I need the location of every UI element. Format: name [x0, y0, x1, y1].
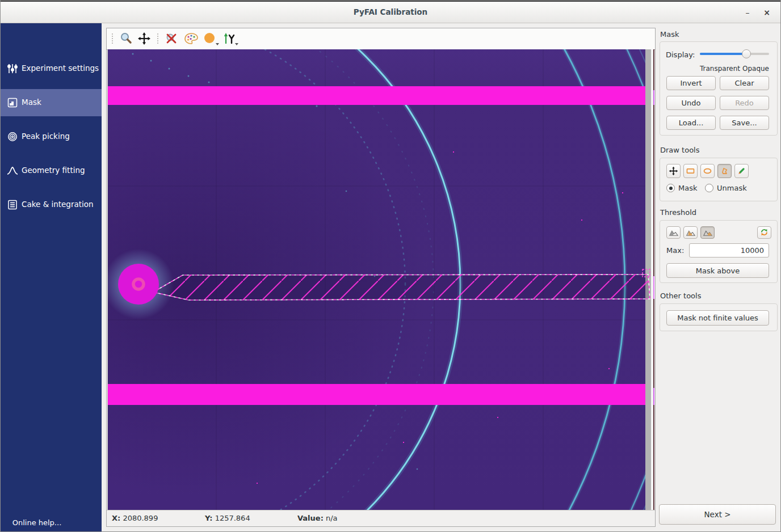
mask-radio[interactable]: Mask — [666, 182, 697, 193]
mask-radio-label: Mask — [678, 184, 697, 192]
mask-icon — [7, 97, 18, 108]
x-value: 2080.899 — [123, 514, 158, 522]
unmask-radio-label: Unmask — [717, 184, 747, 192]
plot-statusbar: X: 2080.899 Y: 1257.864 Value: n/a — [107, 510, 655, 526]
mask-edge-echo — [653, 388, 654, 405]
invert-button[interactable]: Invert — [666, 76, 716, 90]
pan-draw-tool-button[interactable] — [666, 164, 681, 178]
titlebar: PyFAI Calibration – × — [1, 1, 780, 23]
mask-above-histogram-button[interactable] — [700, 226, 715, 239]
mask-between-histogram-button[interactable] — [683, 226, 698, 239]
undo-button[interactable]: Undo — [666, 96, 716, 110]
mask-above-button[interactable]: Mask above — [666, 263, 769, 278]
slider-fill — [700, 53, 746, 55]
zoom-reset-icon[interactable] — [165, 32, 178, 45]
close-button[interactable]: × — [760, 6, 774, 20]
zoom-tool-icon[interactable] — [119, 32, 133, 45]
cursor-y-readout: Y: 1257.864 — [205, 514, 250, 522]
minimize-button[interactable]: – — [741, 6, 754, 20]
sidebar-item-label: Geometry fitting — [22, 166, 85, 175]
sidebar-item-mask[interactable]: Mask — [1, 89, 102, 116]
sidebar-item-peak-picking[interactable]: Peak picking — [1, 123, 102, 150]
sidebar-item-geometry-fitting[interactable]: Geometry fitting — [1, 157, 102, 184]
radio-dot[interactable] — [666, 184, 675, 192]
redo-button[interactable]: Redo — [720, 96, 769, 110]
transparent-label: Transparent — [700, 65, 740, 73]
sidebar-item-experiment-settings[interactable]: Experiment settings — [1, 55, 102, 82]
threshold-groupbox: Max: Mask above — [660, 220, 778, 283]
mask-band-top — [108, 86, 645, 105]
plot-canvas[interactable] — [107, 49, 654, 511]
save-button[interactable]: Save... — [720, 116, 769, 130]
mask-band-bottom — [108, 384, 645, 405]
pan-tool-icon[interactable] — [137, 32, 151, 45]
radio-dot[interactable] — [705, 184, 713, 192]
online-help-link[interactable]: Online help... — [1, 518, 73, 527]
sidebar-item-label: Mask — [22, 98, 41, 107]
plot-widget: X: 2080.899 Y: 1257.864 Value: n/a — [106, 28, 656, 527]
y-axis-orientation-icon[interactable] — [221, 32, 235, 45]
detector-seam — [325, 49, 326, 511]
dropdown-caret[interactable] — [235, 43, 238, 45]
window-title: PyFAI Calibration — [1, 7, 780, 16]
target-icon — [7, 131, 18, 142]
sidebar-item-label: Experiment settings — [22, 64, 99, 73]
max-label: Max: — [666, 246, 684, 255]
detector-seam — [216, 49, 217, 511]
max-threshold-input[interactable] — [689, 243, 769, 257]
ellipse-tool-button[interactable] — [700, 164, 715, 178]
plot-toolbar — [107, 28, 655, 50]
value-label: Value: — [297, 514, 324, 522]
next-button[interactable]: Next > — [659, 504, 776, 525]
color-dot-icon[interactable] — [203, 32, 217, 45]
peak-curve-icon — [7, 165, 18, 176]
sidebar-item-label: Cake & integration — [22, 200, 94, 209]
diffraction-rings — [108, 49, 645, 511]
detector-seam — [108, 319, 645, 320]
detector-seam — [108, 185, 645, 187]
threshold-section-title: Threshold — [660, 208, 696, 217]
rectangle-tool-button[interactable] — [683, 164, 698, 178]
toolbar-grip[interactable] — [157, 33, 159, 44]
mask-edge-echo — [653, 276, 654, 299]
sidebar-item-label: Peak picking — [22, 132, 70, 141]
mask-opacity-slider[interactable] — [700, 49, 769, 59]
mask-edge-echo — [653, 90, 654, 105]
mask-section-title: Mask — [660, 30, 679, 39]
opaque-label: Opaque — [742, 65, 769, 73]
diffraction-image[interactable] — [108, 49, 645, 511]
unmask-radio[interactable]: Unmask — [705, 182, 747, 193]
load-button[interactable]: Load... — [666, 116, 716, 130]
dropdown-caret[interactable] — [216, 43, 219, 45]
sidebar: Experiment settings Mask Peak picking — [1, 23, 102, 531]
colormap-palette-icon[interactable] — [184, 32, 198, 45]
cursor-x-readout: X: 2080.899 — [112, 514, 158, 522]
mask-below-histogram-button[interactable] — [666, 226, 681, 239]
mask-side-panel: Mask Display: Transparent Opaque Invert … — [656, 23, 781, 531]
draw-tools-groupbox: Mask Unmask — [660, 158, 778, 201]
draw-tools-section-title: Draw tools — [660, 146, 699, 154]
detector-seam — [434, 49, 435, 511]
sliders-icon — [7, 63, 18, 74]
display-label: Display: — [666, 50, 695, 59]
pyfai-calibration-window: PyFAI Calibration – × Experiment setting… — [0, 0, 781, 532]
pencil-tool-button[interactable] — [734, 164, 749, 178]
mask-groupbox: Display: Transparent Opaque Invert Clear… — [660, 41, 778, 136]
cursor-value-readout: Value: n/a — [297, 514, 338, 522]
cake-integration-icon — [7, 199, 18, 210]
value-value: n/a — [326, 514, 338, 522]
y-value: 1257.864 — [215, 514, 250, 522]
other-tools-groupbox: Mask not finite values — [660, 303, 778, 331]
clear-button[interactable]: Clear — [720, 76, 769, 90]
polygon-tool-button[interactable] — [717, 164, 732, 178]
x-label: X: — [112, 514, 120, 522]
refresh-icon[interactable] — [757, 226, 771, 239]
sidebar-item-cake-integration[interactable]: Cake & integration — [1, 191, 102, 218]
toolbar-grip[interactable] — [111, 33, 114, 44]
mask-not-finite-button[interactable]: Mask not finite values — [666, 310, 769, 326]
other-tools-section-title: Other tools — [660, 292, 701, 300]
detector-seam — [543, 49, 544, 511]
slider-handle[interactable] — [742, 49, 751, 58]
y-label: Y: — [205, 514, 212, 522]
